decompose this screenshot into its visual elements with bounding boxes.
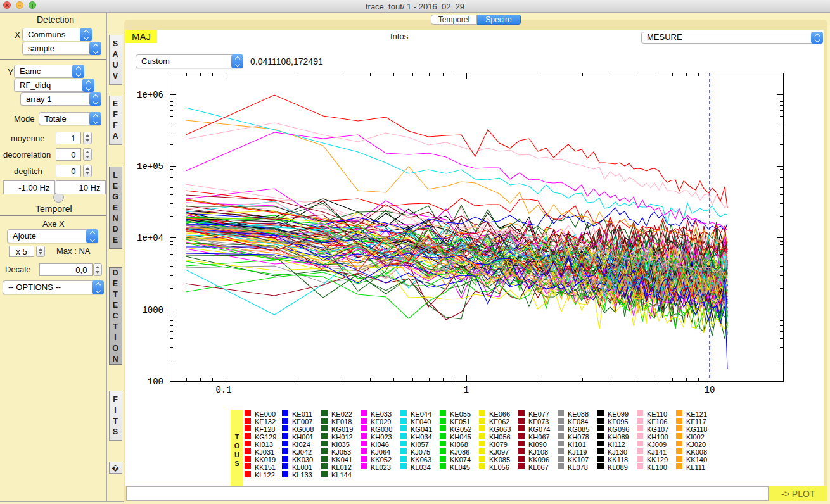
- svg-text:1: 1: [464, 385, 469, 395]
- svg-text:10: 10: [705, 385, 715, 395]
- svg-text:1e+06: 1e+06: [137, 90, 163, 100]
- svg-text:1e+05: 1e+05: [137, 161, 163, 172]
- svg-text:0.1: 0.1: [215, 385, 231, 395]
- svg-text:1000: 1000: [142, 305, 163, 315]
- svg-text:100: 100: [148, 377, 163, 387]
- svg-text:1e+04: 1e+04: [137, 233, 163, 243]
